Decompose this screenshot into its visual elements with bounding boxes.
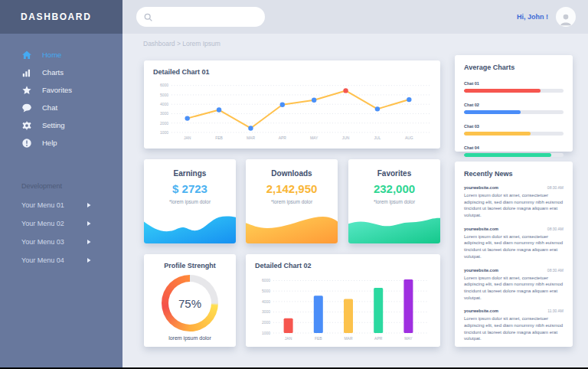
gear-icon [21,120,32,131]
svg-text:3000: 3000 [262,309,270,314]
news-body: Lorem ipsum dolor sit amet, consectetuer… [464,275,564,302]
search-input[interactable] [153,12,258,21]
svg-text:1000: 1000 [160,130,168,135]
dev-item-label: Your Menu 04 [21,256,64,264]
sidebar-item-label: Home [42,51,61,59]
progress-fill [464,110,521,114]
recently-news-card: Recently News yourwebsite.com08:30 AMLor… [455,162,573,347]
svg-text:MAY: MAY [310,136,318,140]
svg-text:2000: 2000 [160,121,168,126]
progress-fill [464,132,531,136]
news-time: 11:30 AM [547,309,564,313]
svg-text:JAN: JAN [285,336,292,341]
user-icon [558,11,573,27]
svg-text:5000: 5000 [160,93,168,97]
sidebar-dev-item-1[interactable]: Your Menu 01 [0,196,122,214]
svg-text:4000: 4000 [160,102,168,106]
news-body: Lorem ipsum dolor sit amet, consectetuer… [464,233,564,260]
average-charts-title: Average Charts [464,64,564,71]
earnings-card[interactable]: Earnings $ 2723 *lorem ipsum dolor [144,159,236,243]
news-body: Lorem ipsum dolor sit amet, consectetuer… [464,315,564,342]
favorites-value: 232,000 [348,182,440,195]
sidebar-item-chat[interactable]: Chat [0,99,122,116]
sidebar-item-setting[interactable]: Setting [0,116,122,134]
news-item-1[interactable]: yourwebsite.com08:30 AMLorem ipsum dolor… [464,185,564,219]
sidebar-item-favorites[interactable]: Favorites [0,81,122,99]
sidebar-dev-item-4[interactable]: Your Menu 04 [0,251,122,269]
dev-item-label: Your Menu 01 [21,201,64,209]
news-item-4[interactable]: yourwebsite.com11:30 AMLorem ipsum dolor… [464,309,564,342]
chat-icon [21,103,32,113]
line-chart[interactable]: 100020003000400050006000JANFEBMARAPRMAYJ… [153,78,431,142]
progress-label: Chat 02 [464,103,564,107]
detailed-chart-01-card: Detailed Chart 01 1000200030004000500060… [144,60,440,149]
progress-item-3: Chat 03 [464,124,564,136]
help-icon [21,138,32,149]
svg-text:6000: 6000 [160,83,168,87]
bar-chart[interactable]: 100020003000400050006000JANFEBMARAPRMAY [255,272,430,342]
progress-track [464,132,564,136]
progress-item-2: Chat 02 [464,103,564,114]
profile-strength-card: Profile Strenght 75% lorem ipsum dolor [144,254,236,347]
earnings-subtitle: *lorem ipsum dolor [144,199,236,204]
downloads-card[interactable]: Downloads 2,142,950 *lorem ipsum dolor [246,159,338,243]
chevron-right-icon [86,239,92,245]
progress-fill [464,89,541,93]
svg-text:JUL: JUL [374,136,381,140]
earnings-value: $ 2723 [144,182,236,195]
news-item-2[interactable]: yourwebsite.com08:30 AMLorem ipsum dolor… [464,227,564,260]
profile-percent: 75% [168,282,211,325]
svg-text:JUN: JUN [342,136,350,140]
sidebar-item-help[interactable]: Help [0,134,122,152]
chart01-title: Detailed Chart 01 [153,68,431,76]
downloads-value: 2,142,950 [246,182,338,195]
sidebar-item-home[interactable]: Home [0,46,122,64]
progress-track [464,89,564,93]
favorites-card[interactable]: Favorites 232,000 *lorem ipsum dolor [348,159,440,243]
downloads-wave-chart [246,213,338,243]
avatar[interactable] [556,7,576,27]
progress-label: Chat 04 [464,145,564,150]
profile-title: Profile Strenght [150,262,230,269]
svg-text:FEB: FEB [215,136,223,140]
sidebar-dev-item-3[interactable]: Your Menu 03 [0,233,122,251]
svg-text:MAY: MAY [404,336,413,341]
svg-text:MAR: MAR [247,136,256,140]
svg-text:6000: 6000 [262,278,270,282]
news-site: yourwebsite.com [464,309,498,313]
progress-item-4: Chat 04 [464,145,564,157]
progress-label: Chat 03 [464,124,564,129]
sidebar-menu: HomeChartsFavoritesChatSettingHelp [0,46,122,152]
sidebar-item-label: Setting [42,121,65,129]
news-site: yourwebsite.com [464,227,498,231]
sidebar: DASHBOARD HomeChartsFavoritesChatSetting… [0,0,122,369]
svg-text:AUG: AUG [405,136,413,140]
sidebar-item-label: Charts [42,68,64,77]
app-title: DASHBOARD [0,0,122,34]
svg-text:JAN: JAN [184,136,191,140]
sidebar-dev-item-2[interactable]: Your Menu 02 [0,214,122,233]
search-icon [143,12,153,22]
news-body: Lorem ipsum dolor sit amet, consectetuer… [464,192,564,219]
profile-caption: lorem ipsum dolor [150,335,230,341]
news-site: yourwebsite.com [464,185,498,190]
favorites-subtitle: *lorem ipsum dolor [348,199,440,204]
downloads-title: Downloads [246,169,338,178]
detailed-chart-02-card: Detailed Chart 02 1000200030004000500060… [246,254,440,347]
news-list: yourwebsite.com08:30 AMLorem ipsum dolor… [464,185,564,342]
svg-text:5000: 5000 [262,289,270,293]
progress-fill [464,153,551,157]
sidebar-item-charts[interactable]: Charts [0,64,122,81]
progress-track [464,153,564,157]
progress-track [464,110,564,114]
sidebar-item-label: Chat [42,103,57,112]
search-box[interactable] [136,7,265,27]
progress-list: Chat 01Chat 02Chat 03Chat 04 [464,81,564,157]
news-item-3[interactable]: yourwebsite.com08:30 AMLorem ipsum dolor… [464,268,564,302]
chevron-right-icon [86,257,92,263]
news-time: 08:30 AM [547,268,564,273]
progress-item-1: Chat 01 [464,81,564,93]
sidebar-section-label: Development [21,182,122,190]
svg-text:2000: 2000 [262,320,270,325]
earnings-title: Earnings [144,169,236,178]
